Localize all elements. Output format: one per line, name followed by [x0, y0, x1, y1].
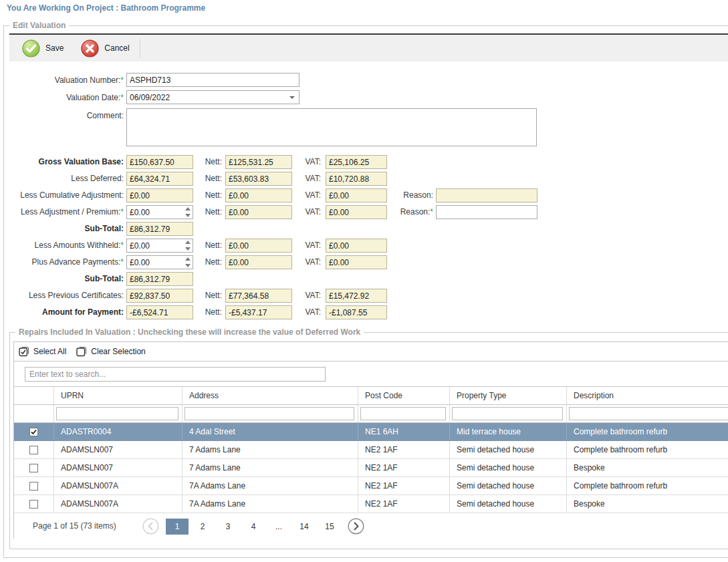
valuation-date-input[interactable]: [126, 90, 299, 104]
table-row[interactable]: ADAMSLN007A7A Adams LaneNE2 1AFSemi deta…: [14, 477, 728, 495]
cell-post-code: NE2 1AF: [358, 495, 450, 513]
row-checkbox[interactable]: [29, 482, 38, 490]
repairs-grid: Select All Clear Selection UPRNAddressPo…: [13, 341, 728, 539]
main-toolbar: Save Cancel: [9, 33, 728, 61]
select-all-button[interactable]: Select All: [19, 346, 66, 357]
reason-value-input[interactable]: [436, 205, 537, 219]
table-row[interactable]: ADAMSLN0077 Adams LaneNE2 1AFSemi detach…: [14, 459, 728, 477]
cancel-icon: [81, 39, 99, 57]
column-header-description[interactable]: Description: [567, 387, 728, 404]
vat-label: VAT:: [301, 172, 321, 186]
money-field-main: [126, 172, 193, 186]
money-field-nett: [225, 188, 292, 202]
cancel-button[interactable]: Cancel: [72, 35, 138, 61]
spin-up-button[interactable]: [183, 256, 193, 263]
nett-value-input: [225, 188, 292, 202]
spin-down-button[interactable]: [183, 246, 193, 253]
money-row-less-previous-certificates-: Less Previous Certificates:Nett:VAT:: [0, 289, 728, 303]
cell-uprn: ADAMSLN007: [54, 441, 183, 458]
money-row-label: Amount for Payment:: [0, 305, 124, 319]
page-ellipsis: ...: [266, 519, 291, 535]
money-field-vat: [326, 305, 387, 319]
filter-cell-post-code: [358, 405, 450, 422]
spinner-control: [183, 256, 193, 269]
main-value-input: [126, 172, 193, 186]
spin-up-button[interactable]: [183, 239, 193, 246]
page-button-1[interactable]: 1: [166, 519, 189, 535]
grid-toolbar: Select All Clear Selection: [14, 342, 728, 362]
nett-label: Nett:: [201, 255, 222, 269]
next-page-button[interactable]: [348, 518, 364, 535]
nett-value-input: [225, 155, 292, 169]
valuation-number-input[interactable]: [126, 73, 299, 87]
money-field-nett: [225, 255, 292, 269]
cell-property-type: Semi detached house: [450, 441, 567, 458]
pager-controls: 1234...1415: [142, 518, 364, 535]
money-field-vat: [326, 205, 387, 219]
row-checkbox[interactable]: [29, 464, 38, 472]
filter-input-uprn[interactable]: [56, 407, 178, 420]
filter-input-address[interactable]: [185, 407, 354, 420]
vat-value-input: [326, 188, 387, 202]
search-input[interactable]: [25, 367, 326, 382]
table-row[interactable]: ADAMSLN007A7A Adams LaneNE2 1AFSemi deta…: [14, 495, 728, 513]
comment-textarea[interactable]: [126, 108, 537, 146]
page-button-2[interactable]: 2: [190, 519, 215, 535]
vat-label: VAT:: [301, 289, 321, 303]
vat-value-input: [326, 255, 387, 269]
column-header-post-code[interactable]: Post Code: [358, 387, 450, 404]
cell-property-type: Mid terrace house: [450, 423, 567, 440]
spin-up-button[interactable]: [183, 206, 193, 213]
column-header-address[interactable]: Address: [183, 387, 358, 404]
money-field-nett: [225, 289, 292, 303]
money-row-label: Gross Valuation Base:: [0, 155, 124, 169]
spin-down-button[interactable]: [183, 263, 193, 269]
grid-search-row: [14, 362, 728, 387]
valuation-date-combo[interactable]: [126, 90, 299, 104]
filter-input-description[interactable]: [569, 407, 728, 420]
checkbox-cell: [14, 459, 54, 476]
clear-selection-button[interactable]: Clear Selection: [76, 346, 145, 357]
table-row[interactable]: ADAMSLN0077 Adams LaneNE2 1AFSemi detach…: [14, 441, 728, 459]
filter-cell-description: [567, 405, 728, 422]
table-row[interactable]: ADASTR00044 Adal StreetNE1 6AHMid terrac…: [14, 423, 728, 441]
cell-address: 7A Adams Lane: [183, 495, 358, 513]
page-button-3[interactable]: 3: [215, 519, 241, 535]
nett-value-input: [225, 205, 292, 219]
filter-input-property-type[interactable]: [452, 407, 563, 420]
column-header-uprn[interactable]: UPRN: [54, 387, 183, 404]
nett-label: Nett:: [201, 239, 222, 253]
save-button[interactable]: Save: [13, 35, 72, 61]
nett-label: Nett:: [201, 305, 222, 319]
valuation-number-label: Valuation Number:*: [0, 74, 124, 88]
money-field-main: [126, 239, 193, 253]
money-field-vat: [326, 155, 387, 169]
money-field-main: [126, 155, 193, 169]
row-checkbox[interactable]: [29, 446, 38, 454]
cell-uprn: ADAMSLN007: [54, 459, 183, 476]
cell-address: 7 Adams Lane: [183, 441, 358, 458]
prev-page-button[interactable]: [142, 518, 159, 535]
filter-input-post-code[interactable]: [360, 407, 446, 420]
vat-label: VAT:: [301, 305, 321, 319]
nett-value-input: [225, 239, 292, 253]
filter-cell-property-type: [450, 405, 567, 422]
vat-label: VAT:: [301, 239, 321, 253]
money-field-nett: [225, 172, 292, 186]
edit-valuation-group-title: Edit Valuation: [9, 21, 69, 30]
page-button-14[interactable]: 14: [291, 519, 317, 535]
cell-property-type: Semi detached house: [450, 495, 567, 513]
dropdown-arrow-icon[interactable]: [289, 96, 295, 99]
money-field-vat: [326, 289, 387, 303]
cell-uprn: ADAMSLN007A: [54, 477, 183, 495]
filter-cell-uprn: [54, 405, 183, 422]
spin-down-button[interactable]: [183, 213, 193, 219]
page-button-4[interactable]: 4: [241, 519, 266, 535]
cell-address: 4 Adal Street: [183, 423, 358, 440]
page-button-15[interactable]: 15: [317, 519, 342, 535]
row-checkbox[interactable]: [29, 500, 38, 509]
reason-value-input: [436, 188, 537, 202]
column-header-property-type[interactable]: Property Type: [450, 387, 567, 404]
row-checkbox[interactable]: [29, 428, 38, 436]
nett-value-input: [225, 255, 292, 269]
